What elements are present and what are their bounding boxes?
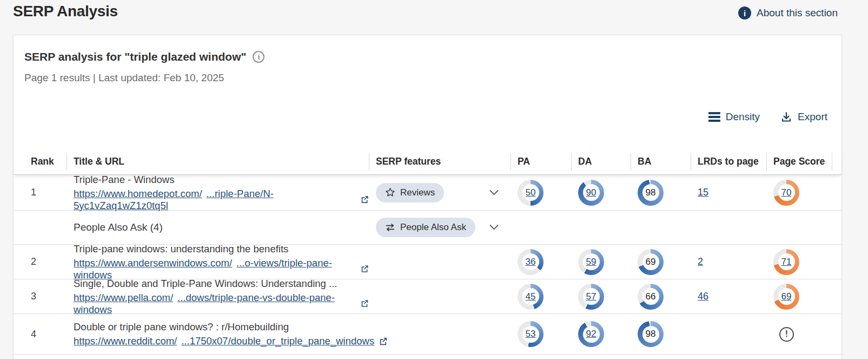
ba-score-value: 98 [646, 329, 656, 340]
serp-feature-label: Reviews [400, 187, 435, 198]
table-header-row: Rank Title & URL SERP features PA DA BA … [14, 149, 842, 175]
results-meta-text: Page 1 results | Last updated: Feb 10, 2… [24, 72, 842, 84]
about-this-section-label: About this section [757, 7, 838, 19]
result-url-link[interactable]: https://www.homedepot.com/...riple-Pane/… [74, 188, 356, 212]
lrds-link[interactable]: 15 [698, 187, 708, 198]
da-score-link[interactable]: 59 [586, 257, 597, 267]
serp-results-table: Rank Title & URL SERP features PA DA BA … [14, 149, 842, 355]
pa-score-donut: 53 [518, 321, 544, 347]
column-header-title-url: Title & URL [67, 149, 369, 174]
rank-value: 3 [31, 291, 36, 302]
page-score-link[interactable]: 70 [781, 187, 792, 198]
result-title: Triple-pane windows: understanding the b… [74, 243, 369, 255]
about-this-section-link[interactable]: i About this section [738, 6, 838, 19]
column-header-da: DA [571, 149, 631, 174]
lrds-link[interactable]: 46 [698, 291, 708, 302]
da-score-donut: 92 [578, 321, 604, 347]
pa-score-link[interactable]: 53 [526, 329, 536, 340]
da-score-donut: 59 [578, 249, 604, 275]
export-button[interactable]: Export [780, 111, 827, 123]
result-url-link[interactable]: https://www.pella.com/...dows/triple-pan… [74, 292, 356, 316]
table-row-rank-1: 1 Triple-Pane - Windows https://www.home… [14, 175, 842, 211]
column-header-pa: PA [511, 149, 571, 174]
export-label: Export [798, 111, 827, 123]
people-also-ask-label: People Also Ask (4) [74, 221, 163, 233]
table-row-rank-3: 3 Single, Double and Triple-Pane Windows… [14, 279, 842, 314]
table-row-people-also-ask: People Also Ask (4) People Also Ask [14, 211, 842, 245]
column-header-page-score: Page Score [766, 149, 832, 174]
page-score-link[interactable]: 69 [781, 291, 792, 302]
page-score-link[interactable]: 71 [781, 257, 792, 267]
result-title: Single, Double and Triple-Pane Windows: … [74, 278, 369, 290]
density-button[interactable]: Density [708, 111, 760, 123]
density-lines-icon [708, 112, 720, 122]
pa-score-link[interactable]: 50 [526, 187, 536, 198]
info-outline-icon[interactable]: i [253, 51, 264, 63]
expand-row-chevron-down-icon[interactable] [489, 190, 499, 195]
serp-feature-label: People Also Ask [400, 222, 466, 233]
ba-score-donut: 69 [638, 249, 664, 275]
serp-analysis-screen: SERP Analysis i About this section SERP … [0, 0, 868, 359]
table-row-rank-2: 2 Triple-pane windows: understanding the… [14, 245, 842, 279]
external-link-icon [360, 195, 369, 204]
card-heading: SERP analysis for "triple glazed window" [24, 50, 246, 63]
page-score-donut: 69 [773, 284, 799, 310]
page-score-donut: 71 [773, 249, 799, 275]
swap-arrows-icon [385, 223, 395, 232]
result-title: Double or triple pane windows? : r/Homeb… [74, 321, 388, 333]
serp-analysis-card: SERP analysis for "triple glazed window"… [13, 35, 842, 359]
ba-score-donut: 98 [638, 180, 664, 206]
result-title: Triple-Pane - Windows [74, 174, 369, 186]
info-filled-icon: i [738, 6, 751, 19]
ba-score-value: 98 [646, 187, 656, 198]
ba-score-donut: 98 [638, 321, 664, 347]
da-score-donut: 57 [578, 284, 604, 310]
pa-score-donut: 45 [518, 284, 544, 310]
page-score-alert-icon[interactable]: ! [779, 327, 794, 342]
ba-score-value: 66 [646, 291, 656, 302]
density-label: Density [726, 111, 760, 123]
pa-score-donut: 50 [518, 180, 544, 206]
da-score-link[interactable]: 90 [586, 187, 597, 198]
star-icon [385, 187, 395, 198]
column-header-serp-features: SERP features [369, 149, 511, 174]
lrds-link[interactable]: 2 [698, 256, 703, 267]
pa-score-donut: 36 [518, 249, 544, 275]
column-header-ba: BA [631, 149, 691, 174]
da-score-link[interactable]: 92 [586, 329, 597, 340]
column-header-rank: Rank [14, 149, 67, 174]
external-link-icon [360, 264, 369, 273]
download-icon [780, 111, 792, 123]
da-score-link[interactable]: 57 [586, 291, 597, 302]
ba-score-value: 69 [646, 257, 656, 267]
rank-value: 4 [31, 329, 36, 340]
external-link-icon [360, 299, 369, 308]
page-title: SERP Analysis [13, 3, 118, 20]
table-row-rank-4: 4 Double or triple pane windows? : r/Hom… [14, 314, 842, 355]
ba-score-donut: 66 [638, 284, 664, 310]
pa-score-link[interactable]: 45 [526, 291, 536, 302]
pa-score-link[interactable]: 36 [526, 257, 536, 267]
serp-feature-pill-people-also-ask[interactable]: People Also Ask [376, 218, 475, 237]
serp-feature-pill-reviews[interactable]: Reviews [376, 183, 444, 203]
column-header-lrds: LRDs to page [691, 149, 766, 174]
page-score-donut: 70 [773, 180, 799, 206]
rank-value: 1 [31, 187, 36, 198]
result-url-link[interactable]: https://www.reddit.com/...1750x07/double… [74, 335, 374, 347]
expand-row-chevron-down-icon[interactable] [489, 225, 499, 231]
da-score-donut: 90 [578, 180, 604, 206]
rank-value: 2 [31, 256, 36, 267]
